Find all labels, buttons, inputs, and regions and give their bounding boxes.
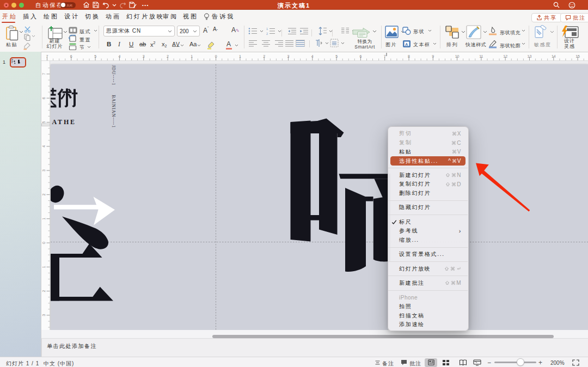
svg-text:1: 1 <box>239 54 241 58</box>
svg-text:4: 4 <box>311 54 314 58</box>
svg-text:A: A <box>405 42 408 47</box>
svg-text:5: 5 <box>335 54 338 58</box>
svg-text:2: 2 <box>167 54 169 58</box>
svg-text:ATHE: ATHE <box>52 118 76 126</box>
svg-text:6: 6 <box>70 54 72 58</box>
svg-text:5: 5 <box>94 54 96 58</box>
svg-text:1: 1 <box>191 54 193 58</box>
svg-text:13: 13 <box>528 54 532 58</box>
svg-text:3: 3 <box>287 54 290 58</box>
svg-text:14: 14 <box>552 54 556 58</box>
svg-text:8: 8 <box>408 54 410 58</box>
svg-text:3: 3 <box>42 169 46 172</box>
svg-text:5: 5 <box>42 121 46 123</box>
svg-text:6: 6 <box>42 97 46 99</box>
svg-text:2: 2 <box>42 193 46 195</box>
svg-text:0: 0 <box>215 54 217 58</box>
svg-text:BAINIAN----1: BAINIAN----1 <box>111 95 117 128</box>
svg-text:11: 11 <box>479 54 483 58</box>
svg-text:10: 10 <box>455 54 460 58</box>
svg-text:3: 3 <box>42 314 46 316</box>
svg-text:2: 2 <box>42 290 46 292</box>
svg-text:JDU----1: JDU----1 <box>111 65 117 86</box>
svg-text:15: 15 <box>575 54 580 58</box>
svg-text:0: 0 <box>42 242 46 244</box>
svg-text:2: 2 <box>263 54 265 58</box>
svg-text:3: 3 <box>143 54 145 58</box>
svg-text:4: 4 <box>42 145 46 148</box>
svg-text:7: 7 <box>46 54 48 58</box>
svg-text:2: 2 <box>266 32 268 35</box>
svg-text:1: 1 <box>42 266 46 268</box>
svg-text:7: 7 <box>384 54 386 58</box>
svg-text:12: 12 <box>503 54 507 58</box>
svg-text:1: 1 <box>42 218 46 220</box>
svg-text:7: 7 <box>42 73 46 75</box>
svg-text:4: 4 <box>118 54 120 58</box>
svg-text:9: 9 <box>432 54 434 58</box>
svg-text:1: 1 <box>266 27 268 30</box>
svg-text:6: 6 <box>359 54 362 58</box>
